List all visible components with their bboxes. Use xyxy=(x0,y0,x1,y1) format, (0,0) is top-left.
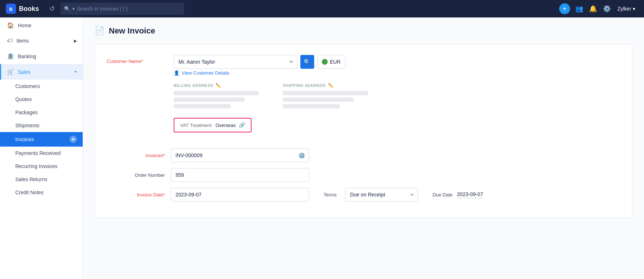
invoices-add-button[interactable]: + xyxy=(70,136,77,143)
billing-address-block: BILLING ADDRESS ✏️ xyxy=(174,83,268,111)
page-title: New Invoice xyxy=(109,26,155,36)
shipping-address-line3 xyxy=(283,104,340,108)
order-number-row: Order Number xyxy=(107,168,620,182)
currency-button[interactable]: EUR xyxy=(317,55,345,69)
sidebar-item-packages-label: Packages xyxy=(15,109,37,115)
sidebar-item-banking-label: Banking xyxy=(18,53,36,59)
add-button[interactable]: + xyxy=(559,3,570,14)
sidebar-item-quotes-label: Quotes xyxy=(15,96,32,102)
customer-search-button[interactable]: 🔍 xyxy=(300,55,314,69)
sidebar-item-recurring-invoices[interactable]: Recurring Invoices xyxy=(0,160,83,173)
sidebar-item-banking[interactable]: 🏦 Banking xyxy=(0,48,83,64)
currency-label: EUR xyxy=(330,59,341,65)
sidebar: 🏠 Home 🏷 Items ▶ 🏦 Banking 🛒 Sales ▾ Cus… xyxy=(0,17,83,279)
search-bar: 🔍 ▾ xyxy=(60,3,184,15)
sidebar-item-invoices[interactable]: Invoices + xyxy=(0,132,83,147)
items-icon: 🏷 xyxy=(7,37,13,44)
order-number-input[interactable] xyxy=(171,168,309,182)
terms-select[interactable]: Due on Receipt xyxy=(345,188,418,202)
search-icon: 🔍 xyxy=(304,59,311,65)
sidebar-item-sales-label: Sales xyxy=(18,69,31,75)
shipping-address-line2 xyxy=(283,97,354,102)
sidebar-item-credit-notes-label: Credit Notes xyxy=(15,190,44,195)
invoice-date-input[interactable] xyxy=(171,188,309,202)
billing-address-line1 xyxy=(174,91,259,95)
sidebar-item-shipments[interactable]: Shipments xyxy=(0,119,83,132)
invoice-number-label: Invoice#* xyxy=(107,153,165,158)
due-date-value: 2023-09-07 xyxy=(457,191,483,198)
shipping-address-edit-icon[interactable]: ✏️ xyxy=(328,83,334,88)
sidebar-item-items-label: Items xyxy=(16,38,29,44)
app-logo: B Books xyxy=(6,4,39,14)
svg-text:B: B xyxy=(9,7,12,12)
invoice-number-input[interactable] xyxy=(171,148,309,162)
notifications-icon[interactable]: 🔔 xyxy=(587,3,599,15)
sidebar-item-sales-returns-label: Sales Returns xyxy=(15,176,47,182)
sidebar-item-customers-label: Customers xyxy=(15,83,40,89)
search-icon: 🔍 xyxy=(64,6,70,12)
vat-edit-icon[interactable]: 🔗 xyxy=(239,122,245,128)
sidebar-item-shipments-label: Shipments xyxy=(15,123,39,128)
sidebar-item-sales[interactable]: 🛒 Sales ▾ xyxy=(0,64,83,80)
user-menu[interactable]: Zylker ▾ xyxy=(615,6,638,12)
history-button[interactable]: ↺ xyxy=(48,3,56,14)
billing-address-edit-icon[interactable]: ✏️ xyxy=(216,83,221,88)
page-header: 📄 New Invoice xyxy=(95,26,632,36)
sidebar-item-recurring-invoices-label: Recurring Invoices xyxy=(15,163,58,169)
vat-treatment-value: Overseas xyxy=(216,123,236,128)
due-date-section: Due Date 2023-09-07 xyxy=(432,191,483,198)
view-customer-link[interactable]: 👤 View Customer Details xyxy=(174,70,345,76)
sidebar-item-packages[interactable]: Packages xyxy=(0,106,83,119)
page-header-icon: 📄 xyxy=(95,26,104,36)
shipping-address-line1 xyxy=(283,91,368,95)
content: 📄 New Invoice Customer Name* Mr. Aaron T… xyxy=(83,17,644,279)
billing-address-label: BILLING ADDRESS ✏️ xyxy=(174,83,268,88)
form-section: Customer Name* Mr. Aaron Taylor 🔍 EUR xyxy=(95,44,632,218)
shipping-address-label: SHIPPING ADDRESS ✏️ xyxy=(283,83,378,88)
items-arrow-icon: ▶ xyxy=(74,39,77,43)
currency-dot xyxy=(322,59,328,65)
order-number-label: Order Number xyxy=(107,172,165,178)
customer-name-select[interactable]: Mr. Aaron Taylor xyxy=(174,55,297,69)
sidebar-item-customers[interactable]: Customers xyxy=(0,80,83,93)
customer-name-row: Customer Name* Mr. Aaron Taylor 🔍 EUR xyxy=(107,55,620,76)
invoice-number-field-wrap: ⚙️ xyxy=(171,148,309,162)
sidebar-item-items[interactable]: 🏷 Items ▶ xyxy=(0,33,83,48)
invoice-number-row: Invoice#* ⚙️ xyxy=(107,148,620,162)
search-input[interactable] xyxy=(77,6,181,12)
view-customer-label: View Customer Details xyxy=(182,70,229,76)
terms-row: Terms Due on Receipt xyxy=(324,188,418,202)
sidebar-item-credit-notes[interactable]: Credit Notes xyxy=(0,186,83,199)
customer-select-wrap: Mr. Aaron Taylor 🔍 EUR xyxy=(174,55,345,69)
topbar: B Books ↺ 🔍 ▾ + 👥 🔔 ⚙️ Zylker ▾ xyxy=(0,0,644,17)
user-chevron-icon: ▾ xyxy=(633,6,635,12)
due-date-label: Due Date xyxy=(432,192,453,198)
invoice-settings-icon[interactable]: ⚙️ xyxy=(298,152,305,159)
home-icon: 🏠 xyxy=(7,22,14,29)
sales-icon: 🛒 xyxy=(7,68,14,75)
vat-treatment-label: VAT Treatment: xyxy=(180,123,213,128)
sidebar-item-payments-received-label: Payments Received xyxy=(15,150,61,156)
addresses-row: BILLING ADDRESS ✏️ SHIPPING ADDRESS ✏️ xyxy=(174,83,620,111)
search-dropdown[interactable]: ▾ xyxy=(72,6,75,11)
invoice-date-label: Invoice Date* xyxy=(107,192,165,198)
sales-arrow-icon: ▾ xyxy=(75,69,77,74)
sidebar-item-quotes[interactable]: Quotes xyxy=(0,93,83,106)
contacts-icon[interactable]: 👥 xyxy=(573,3,585,15)
view-customer-icon: 👤 xyxy=(174,70,179,76)
sidebar-item-sales-returns[interactable]: Sales Returns xyxy=(0,173,83,186)
customer-name-controls: Mr. Aaron Taylor 🔍 EUR 👤 View Customer D… xyxy=(174,55,345,76)
vat-treatment-box: VAT Treatment: Overseas 🔗 xyxy=(174,118,252,132)
banking-icon: 🏦 xyxy=(7,53,14,60)
billing-address-line2 xyxy=(174,97,245,102)
sidebar-item-invoices-label: Invoices xyxy=(15,136,34,142)
sidebar-item-home[interactable]: 🏠 Home xyxy=(0,17,83,33)
settings-icon[interactable]: ⚙️ xyxy=(601,3,613,15)
terms-label: Terms xyxy=(324,192,336,198)
sidebar-item-home-label: Home xyxy=(18,23,31,28)
sidebar-item-payments-received[interactable]: Payments Received xyxy=(0,147,83,160)
billing-address-line3 xyxy=(174,104,230,108)
shipping-address-block: SHIPPING ADDRESS ✏️ xyxy=(283,83,378,111)
main-layout: 🏠 Home 🏷 Items ▶ 🏦 Banking 🛒 Sales ▾ Cus… xyxy=(0,17,644,279)
customer-name-label: Customer Name* xyxy=(107,55,165,64)
